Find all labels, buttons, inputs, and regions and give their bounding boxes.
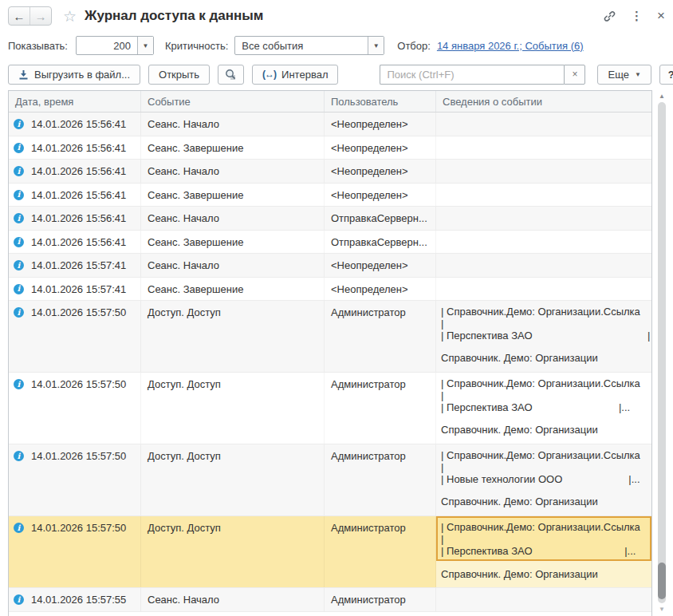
cell-details[interactable] <box>436 278 651 301</box>
more-button[interactable]: Еще ▼ <box>597 65 651 85</box>
cell-user[interactable]: <Неопределен> <box>325 113 436 136</box>
details-text-block[interactable]: | Справочник.Демо: Организации.Ссылка|| … <box>436 516 651 561</box>
cell-datetime[interactable]: i14.01.2026 15:56:41 <box>9 231 141 254</box>
details-text-block[interactable]: | Справочник.Демо: Организации.Ссылка|| … <box>436 301 651 343</box>
cell-datetime[interactable]: i14.01.2026 15:56:41 <box>9 113 141 136</box>
table-row[interactable]: i14.01.2026 15:57:50Доступ. ДоступАдмини… <box>9 301 651 373</box>
scroll-down-icon[interactable]: ▼ <box>655 603 668 614</box>
cell-event[interactable]: Доступ. Доступ <box>141 444 325 515</box>
table-row[interactable]: i14.01.2026 15:56:41Сеанс. Начало<Неопре… <box>9 113 651 136</box>
cell-details[interactable] <box>436 207 651 230</box>
cell-event[interactable]: Сеанс. Начало <box>141 113 325 136</box>
table-row[interactable]: i14.01.2026 15:57:50Доступ. ДоступАдмини… <box>9 444 651 516</box>
cell-datetime[interactable]: i14.01.2026 15:57:50 <box>9 373 141 444</box>
cell-user[interactable]: <Неопределен> <box>325 136 436 160</box>
cell-event[interactable]: Сеанс. Завершение <box>141 184 325 207</box>
cell-user[interactable]: Администратор <box>325 516 436 587</box>
details-text-block[interactable]: | Справочник.Демо: Организации.Ссылка|| … <box>436 373 651 415</box>
cell-details[interactable] <box>436 184 651 207</box>
scroll-up-icon[interactable]: ▲ <box>655 90 668 101</box>
open-button[interactable]: Открыть <box>148 65 210 85</box>
details-text-block[interactable]: | Справочник.Демо: Организации.Ссылка|| … <box>436 444 651 487</box>
cell-user[interactable]: <Неопределен> <box>325 184 436 207</box>
cell-datetime[interactable]: i14.01.2026 15:56:41 <box>9 207 141 230</box>
cell-datetime[interactable]: i14.01.2026 15:57:50 <box>9 516 141 587</box>
cell-event[interactable]: Сеанс. Завершение <box>141 231 325 254</box>
close-icon[interactable]: × <box>657 8 665 24</box>
column-header-event[interactable]: Событие <box>141 91 325 112</box>
table-row[interactable]: i14.01.2026 15:56:41Сеанс. НачалоОтправк… <box>9 207 651 231</box>
cell-event[interactable]: Сеанс. Начало <box>141 207 325 230</box>
search-clear-button[interactable]: × <box>564 65 585 85</box>
table-row[interactable]: i14.01.2026 15:56:41Сеанс. Начало<Неопре… <box>9 160 651 184</box>
cell-details[interactable]: | Справочник.Демо: Организации.Ссылка|| … <box>436 444 651 515</box>
cell-event[interactable]: Сеанс. Завершение <box>141 136 325 160</box>
scrollbar-track[interactable] <box>658 102 666 603</box>
table-row[interactable]: i14.01.2026 15:57:41Сеанс. Начало<Неопре… <box>9 254 651 278</box>
show-count-value[interactable]: 200 <box>77 37 137 54</box>
column-header-datetime[interactable]: Дата, время <box>9 91 141 112</box>
table-row[interactable]: i14.01.2026 15:57:50Доступ. ДоступАдмини… <box>9 373 651 444</box>
forward-icon[interactable]: → <box>30 7 51 25</box>
kebab-menu-icon[interactable]: ⋮ <box>631 9 643 23</box>
favorite-star-icon[interactable]: ☆ <box>63 9 77 24</box>
cell-datetime[interactable]: i14.01.2026 15:57:55 <box>9 588 141 611</box>
cell-details[interactable]: | Справочник.Демо: Организации.Ссылка|| … <box>436 516 651 587</box>
table-row[interactable]: i14.01.2026 15:56:41Сеанс. ЗавершениеОтп… <box>9 231 651 255</box>
link-icon[interactable] <box>603 10 616 23</box>
back-icon[interactable]: ← <box>9 7 30 25</box>
criticality-dropdown-button[interactable]: ▼ <box>368 37 384 54</box>
cell-event[interactable]: Доступ. Доступ <box>141 373 325 444</box>
cell-event[interactable]: Сеанс. Начало <box>141 254 325 277</box>
show-count-field[interactable]: 200 ▼ <box>76 36 154 55</box>
cell-user[interactable]: Администратор <box>325 301 436 372</box>
interval-label: Интервал <box>281 69 328 81</box>
column-header-details[interactable]: Сведения о событии <box>436 91 651 112</box>
cell-event[interactable]: Доступ. Доступ <box>141 301 325 372</box>
help-button[interactable]: ? <box>659 65 673 85</box>
criticality-combobox[interactable]: Все события ▼ <box>234 36 384 55</box>
table-row[interactable]: i14.01.2026 15:56:41Сеанс. Завершение<Не… <box>9 136 651 160</box>
cell-user[interactable]: <Неопределен> <box>325 160 436 183</box>
vertical-scrollbar[interactable]: ▲ ▼ <box>655 90 668 616</box>
cell-event[interactable]: Доступ. Доступ <box>141 516 325 587</box>
cell-details[interactable]: | Справочник.Демо: Организации.Ссылка|| … <box>436 373 651 444</box>
cell-user[interactable]: ОтправкаСерверн... <box>325 207 436 230</box>
cell-details[interactable] <box>436 231 651 254</box>
criticality-value[interactable]: Все события <box>235 37 368 54</box>
cell-details[interactable] <box>436 136 651 160</box>
export-to-file-button[interactable]: Выгрузить в файл... <box>8 65 140 85</box>
cell-user[interactable]: Администратор <box>325 444 436 515</box>
cell-datetime[interactable]: i14.01.2026 15:57:50 <box>9 301 141 372</box>
table-row[interactable]: i14.01.2026 15:57:41Сеанс. Завершение<Не… <box>9 278 651 302</box>
cell-details[interactable]: | Справочник.Демо: Организации.Ссылка|| … <box>436 301 651 372</box>
scrollbar-thumb[interactable] <box>658 563 666 599</box>
cell-details[interactable] <box>436 160 651 183</box>
cell-event[interactable]: Сеанс. Начало <box>141 160 325 183</box>
cell-datetime[interactable]: i14.01.2026 15:57:41 <box>9 254 141 277</box>
cell-datetime[interactable]: i14.01.2026 15:57:50 <box>9 444 141 515</box>
cell-datetime[interactable]: i14.01.2026 15:57:41 <box>9 278 141 301</box>
cell-user[interactable]: Администратор <box>325 373 436 444</box>
cell-user[interactable]: ОтправкаСерверн... <box>325 231 436 254</box>
selection-filter-link[interactable]: 14 января 2026 г.; События (6) <box>437 40 584 52</box>
table-row[interactable]: i14.01.2026 15:56:41Сеанс. Завершение<Не… <box>9 184 651 207</box>
cell-event[interactable]: Сеанс. Завершение <box>141 278 325 301</box>
cell-details[interactable] <box>436 588 651 611</box>
cell-datetime[interactable]: i14.01.2026 15:56:41 <box>9 160 141 183</box>
table-row[interactable]: i14.01.2026 15:57:50Доступ. ДоступАдмини… <box>9 516 651 588</box>
cell-user[interactable]: <Неопределен> <box>325 278 436 301</box>
cell-datetime[interactable]: i14.01.2026 15:56:41 <box>9 184 141 207</box>
cell-event[interactable]: Сеанс. Начало <box>141 588 325 611</box>
cell-datetime[interactable]: i14.01.2026 15:56:41 <box>9 136 141 160</box>
cell-user[interactable]: <Неопределен> <box>325 254 436 277</box>
search-event-button[interactable] <box>218 65 244 85</box>
cell-user[interactable]: Администратор <box>325 588 436 611</box>
show-count-dropdown-button[interactable]: ▼ <box>137 37 153 54</box>
table-row[interactable]: i14.01.2026 15:57:55Сеанс. НачалоАдминис… <box>9 588 651 612</box>
column-header-user[interactable]: Пользователь <box>325 91 436 112</box>
cell-details[interactable] <box>436 254 651 277</box>
interval-button[interactable]: (↔) Интервал <box>252 65 338 85</box>
search-input[interactable] <box>380 65 564 85</box>
cell-details[interactable] <box>436 113 651 136</box>
